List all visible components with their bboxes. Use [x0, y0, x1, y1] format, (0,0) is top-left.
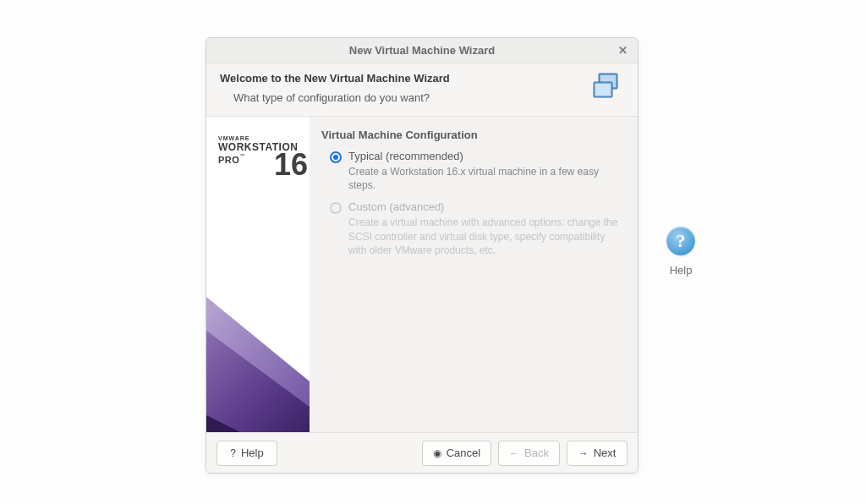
option-custom-desc: Create a virtual machine with advanced o… [348, 216, 622, 257]
side-artwork: VMWARE WORKSTATION PRO™ 16 [206, 117, 310, 432]
cancel-button-label: Cancel [447, 446, 480, 459]
welcome-heading: Welcome to the New Virtual Machine Wizar… [220, 72, 624, 85]
help-button[interactable]: ? Help [216, 441, 277, 466]
option-typical[interactable]: Typical (recommended) Create a Workstati… [321, 150, 622, 192]
help-icon: ? [666, 227, 695, 255]
back-button: ← Back [498, 441, 560, 466]
next-button[interactable]: → Next [567, 441, 628, 466]
radio-custom[interactable] [330, 202, 342, 214]
vm-screens-icon [590, 70, 624, 104]
option-custom[interactable]: Custom (advanced) Create a virtual machi… [321, 200, 622, 257]
config-panel: Virtual Machine Configuration Typical (r… [310, 117, 638, 432]
radio-typical[interactable] [330, 151, 342, 163]
option-typical-desc: Create a Workstation 16.x virtual machin… [348, 165, 622, 192]
cancel-button[interactable]: ◉ Cancel [422, 441, 491, 466]
next-button-label: Next [594, 446, 617, 459]
prompt-text: What type of configuration do you want? [220, 91, 624, 104]
arrow-left-icon: ← [509, 447, 519, 459]
back-button-label: Back [524, 446, 549, 459]
wizard-header: Welcome to the New Virtual Machine Wizar… [206, 63, 638, 117]
question-icon: ? [230, 447, 236, 459]
window-title: New Virtual Machine Wizard [349, 44, 495, 57]
version-number: 16 [274, 147, 308, 183]
option-custom-label: Custom (advanced) [348, 200, 622, 213]
section-title: Virtual Machine Configuration [321, 129, 622, 141]
brand-line-1: VMWARE [218, 135, 298, 141]
content-row: VMWARE WORKSTATION PRO™ 16 [206, 117, 638, 432]
close-icon[interactable]: ✕ [616, 43, 629, 57]
wizard-footer: ? Help ◉ Cancel ← Back → Next [206, 432, 638, 473]
desktop-help-label: Help [655, 264, 706, 277]
svg-rect-3 [595, 84, 611, 96]
help-button-label: Help [241, 446, 264, 459]
arrow-right-icon: → [578, 447, 589, 459]
title-bar[interactable]: New Virtual Machine Wizard ✕ [206, 38, 638, 63]
wizard-window: New Virtual Machine Wizard ✕ Welcome to … [206, 37, 639, 474]
brand-block: VMWARE WORKSTATION PRO™ 16 [218, 135, 298, 166]
trademark: ™ [239, 153, 244, 158]
brand-line-3: PRO [218, 155, 239, 165]
option-typical-label: Typical (recommended) [348, 150, 622, 162]
cancel-icon: ◉ [433, 447, 441, 459]
desktop-help-launcher[interactable]: ? Help [655, 227, 706, 277]
